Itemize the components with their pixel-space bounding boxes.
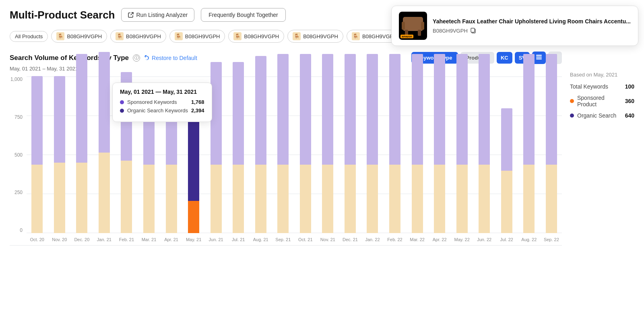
bar-bottom-5: [143, 165, 155, 233]
bar-bottom-22: [523, 165, 535, 233]
bar-group-2[interactable]: [71, 76, 93, 233]
svg-rect-6: [471, 28, 475, 32]
bar-group-9[interactable]: [228, 76, 249, 233]
tab-product-1[interactable]: 🪑 B08GH9VGPH: [51, 30, 107, 43]
x-label-11: Sep. 21: [272, 237, 294, 242]
bar-group-17[interactable]: [407, 76, 428, 233]
bar-bottom-7: [188, 201, 199, 233]
bar-group-12[interactable]: [295, 76, 316, 233]
product-tooltip: amazon Yaheetech Faux Leather Chair Upho…: [391, 6, 638, 46]
bar-top-10: [255, 56, 266, 165]
total-keywords-label: Total Keywords: [570, 83, 622, 90]
bar-group-16[interactable]: [384, 76, 406, 233]
bar-top-14: [345, 54, 356, 165]
amazon-badge: amazon: [400, 35, 413, 38]
info-icon[interactable]: ⓘ: [133, 54, 140, 62]
bar-stack-10: [255, 56, 266, 233]
x-label-14: Dec. 21: [340, 237, 361, 242]
product-image-box: amazon: [399, 12, 427, 40]
bar-group-11[interactable]: [272, 76, 294, 233]
bar-group-14[interactable]: [340, 76, 361, 233]
svg-rect-2: [418, 30, 421, 36]
page-title: Multi-Product Search: [10, 9, 115, 21]
bar-bottom-18: [434, 165, 445, 233]
bar-bottom-10: [255, 165, 266, 233]
bar-group-23[interactable]: [541, 76, 562, 233]
bar-group-10[interactable]: [250, 76, 271, 233]
x-label-7: May. 21: [183, 237, 204, 242]
bar-group-20[interactable]: [474, 76, 495, 233]
chair-icon-3: 🪑: [175, 32, 183, 40]
sidebar-organic: Organic Search 640: [570, 112, 634, 119]
x-label-1: Nov. 20: [49, 237, 70, 242]
y-label-500: 500: [10, 152, 25, 158]
x-label-4: Feb. 21: [116, 237, 137, 242]
restore-icon: [144, 55, 150, 61]
chart-section: Search Volume of Keywords by Type ⓘ Rest…: [10, 52, 634, 246]
tooltip-value-sponsored: 1,768: [191, 99, 204, 105]
freq-bought-button[interactable]: Frequently Bought Together: [201, 8, 286, 22]
organic-label: Organic Search: [577, 112, 622, 119]
bar-bottom-17: [412, 165, 423, 233]
chart-inner: [27, 76, 562, 233]
copy-icon[interactable]: [470, 27, 477, 34]
bar-stack-8: [211, 62, 222, 233]
tab-product-4[interactable]: 🪑 B08GH9VGPH: [228, 30, 284, 43]
x-label-18: Apr. 22: [429, 237, 450, 242]
tab-product-5[interactable]: 🪑 B08GH9VGPH: [287, 30, 343, 43]
x-label-8: Jun. 21: [205, 237, 227, 242]
bar-stack-9: [233, 62, 244, 233]
bar-top-18: [434, 54, 445, 165]
x-label-10: Aug. 21: [250, 237, 271, 242]
x-label-9: Jul. 21: [228, 237, 249, 242]
bar-bottom-3: [99, 153, 110, 233]
x-label-19: May. 22: [451, 237, 473, 242]
bar-group-21[interactable]: [496, 76, 517, 233]
restore-button[interactable]: Restore to Default: [144, 55, 197, 61]
bar-bottom-15: [367, 165, 378, 233]
tab-product-3[interactable]: 🪑 B08GH9VGPH: [169, 30, 225, 43]
bar-bottom-21: [501, 171, 512, 233]
bar-stack-12: [300, 54, 311, 233]
tab-asin-3: B08GH9VGPH: [185, 33, 220, 39]
x-label-22: Aug. 22: [518, 237, 540, 242]
bar-group-18[interactable]: [429, 76, 450, 233]
chair-icon-6: 🪑: [352, 32, 360, 40]
chair-icon-2: 🪑: [116, 32, 124, 40]
product-asin: B08GH9VGPH: [433, 28, 468, 34]
bar-group-22[interactable]: [518, 76, 540, 233]
bar-stack-19: [456, 54, 468, 233]
run-listing-button[interactable]: Run Listing Analyzer: [121, 8, 194, 22]
bar-group-0[interactable]: [27, 76, 48, 233]
bar-top-13: [322, 54, 333, 165]
bar-top-11: [277, 54, 289, 165]
tooltip-label-sponsored: Sponsored Keywords: [127, 99, 188, 105]
bar-bottom-2: [76, 163, 87, 233]
run-listing-label: Run Listing Analyzer: [136, 12, 188, 18]
bar-group-3[interactable]: [94, 76, 115, 233]
bar-bottom-23: [546, 165, 557, 233]
bar-group-15[interactable]: [362, 76, 383, 233]
tooltip-value-organic: 2,394: [191, 107, 204, 114]
bar-top-16: [389, 54, 400, 165]
tooltip-dot-organic: [120, 109, 124, 113]
bar-group-1[interactable]: [49, 76, 70, 233]
y-label-1000: 1,000: [10, 76, 25, 82]
tooltip-dot-sponsored: [120, 100, 124, 104]
bar-bottom-11: [277, 165, 289, 233]
bar-group-13[interactable]: [317, 76, 339, 233]
y-label-0: 0: [10, 227, 25, 233]
tab-all-products[interactable]: All Products: [10, 31, 48, 42]
bar-group-19[interactable]: [451, 76, 473, 233]
sidebar-dot-organic: [570, 114, 574, 118]
x-label-15: Jan. 22: [362, 237, 383, 242]
svg-rect-9: [536, 58, 542, 60]
y-label-250: 250: [10, 190, 25, 195]
bar-stack-22: [523, 54, 535, 233]
sidebar-total-keywords: Total Keywords 100: [570, 83, 634, 90]
bar-top-8: [211, 62, 222, 165]
bar-stack-13: [322, 54, 333, 233]
kc-button[interactable]: KC: [497, 52, 512, 64]
list-icon: [536, 54, 542, 60]
tab-product-2[interactable]: 🪑 B08GH9VGPH: [110, 30, 166, 43]
